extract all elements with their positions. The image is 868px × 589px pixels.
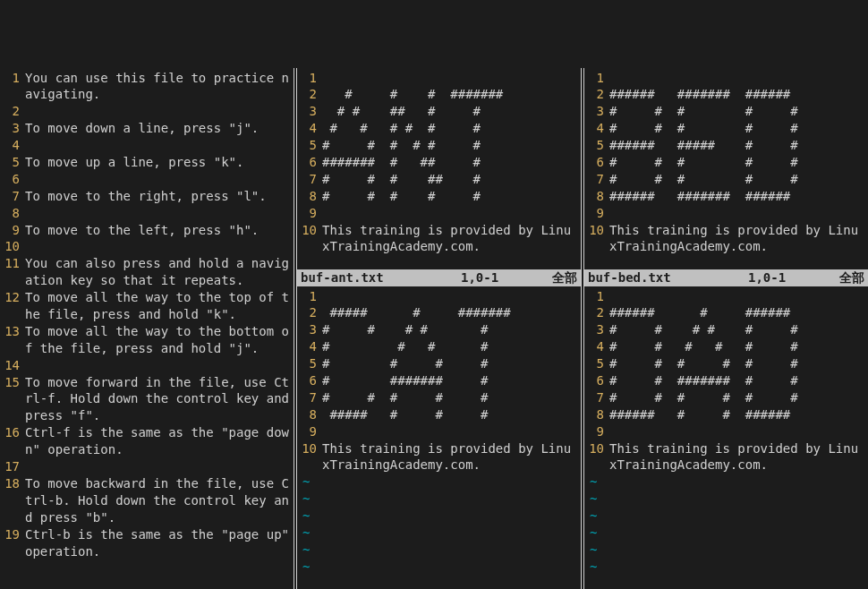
line-number: 5	[586, 355, 609, 372]
buffer-line: 5To move up a line, press "k".	[2, 154, 290, 171]
line-number: 3	[586, 321, 609, 338]
pane-ant[interactable]: 12 # # # #######3 # # ## # #4 # # # # # …	[297, 68, 581, 286]
line-text	[25, 205, 290, 222]
buffer-line: 7To move to the right, press "l".	[2, 188, 290, 205]
buffer-line: 10This training is provided by LinuxTrai…	[299, 222, 577, 256]
line-text: # # # #######	[322, 86, 577, 103]
line-number: 10	[586, 222, 609, 256]
line-number: 1	[586, 288, 609, 305]
buffer-line: 9	[586, 423, 864, 440]
buffer-line: 3# # # # #	[586, 103, 864, 120]
line-text: # # # # # #	[322, 137, 577, 154]
line-text	[25, 137, 290, 154]
buffer-line: 1You can use this file to practice navig…	[2, 70, 290, 104]
vim-split-layout: 1You can use this file to practice navig…	[0, 68, 868, 589]
buffer-dad[interactable]: 12###### # ######3# # # # # #4# # # # # …	[584, 286, 868, 589]
line-text: # # # # #	[609, 154, 864, 171]
line-number: 9	[299, 423, 322, 440]
buffer-line: 18To move backward in the file, use Ctrl…	[2, 475, 290, 526]
buffer-line: 8###### # # ######	[586, 406, 864, 423]
line-text: This training is provided by LinuxTraini…	[322, 440, 577, 474]
line-number: 1	[2, 70, 25, 104]
buffer-line: 3# # # # # #	[586, 321, 864, 338]
line-text: # # # # #	[609, 103, 864, 120]
buffer-line: 3To move down a line, press "j".	[2, 120, 290, 137]
buffer-line: 8 ##### # # #	[299, 406, 577, 423]
buffer-line: 8# # # # #	[299, 188, 577, 205]
line-text: # # # # #	[322, 389, 577, 406]
line-number: 8	[299, 406, 322, 423]
buffer-line: 13To move all the way to the bottom of t…	[2, 323, 290, 357]
pane-cat[interactable]: 12 ##### # #######3# # # # #4# # # #5# #…	[297, 286, 581, 589]
line-number: 18	[2, 475, 25, 526]
vertical-split-2[interactable]	[581, 68, 584, 589]
buffer-line: 1	[586, 70, 864, 87]
status-position: 1,0-1	[461, 269, 541, 286]
line-number: 8	[299, 188, 322, 205]
line-text: ###### ####### ######	[609, 86, 864, 103]
line-text: # ####### #	[322, 372, 577, 389]
line-number: 9	[586, 205, 609, 222]
line-number: 8	[2, 205, 25, 222]
line-text: This training is provided by LinuxTraini…	[609, 440, 864, 474]
vertical-split-1[interactable]	[294, 68, 297, 589]
line-text: This training is provided by LinuxTraini…	[322, 222, 577, 256]
line-number: 5	[586, 137, 609, 154]
line-text: To move forward in the file, use Ctrl-f.…	[25, 374, 290, 425]
buffer-line: 7# # # # #	[299, 389, 577, 406]
line-number: 4	[586, 120, 609, 137]
buffer-line: 11You can also press and hold a navigati…	[2, 255, 290, 289]
pane-bed[interactable]: 12###### ####### ######3# # # # #4# # # …	[584, 68, 868, 286]
buffer-nav[interactable]: 1You can use this file to practice navig…	[0, 68, 294, 589]
line-text	[322, 423, 577, 440]
line-number: 4	[299, 338, 322, 355]
buffer-line: 16Ctrl-f is the same as the "page down" …	[2, 424, 290, 458]
line-number: 5	[299, 355, 322, 372]
buffer-line: 10	[2, 238, 290, 255]
buffer-line: 1	[299, 70, 577, 87]
line-text: ###### # ######	[609, 304, 864, 321]
buffer-ant[interactable]: 12 # # # #######3 # # ## # #4 # # # # # …	[297, 68, 581, 269]
line-number: 14	[2, 357, 25, 374]
buffer-line: 7# # # # # #	[586, 389, 864, 406]
buffer-cat[interactable]: 12 ##### # #######3# # # # #4# # # #5# #…	[297, 286, 581, 589]
line-number: 4	[2, 137, 25, 154]
line-text: # # # ## #	[322, 171, 577, 188]
buffer-line: 7# # # ## #	[299, 171, 577, 188]
line-text: To move to the right, press "l".	[25, 188, 290, 205]
buffer-line: 2	[2, 103, 290, 120]
buffer-line: 19Ctrl-b is the same as the "page up" op…	[2, 526, 290, 560]
line-number: 1	[299, 70, 322, 87]
line-number: 2	[586, 86, 609, 103]
line-text: To move down a line, press "j".	[25, 120, 290, 137]
tilde-line: ~	[586, 542, 864, 559]
buffer-line: 6####### # ## #	[299, 154, 577, 171]
pane-nav[interactable]: 1You can use this file to practice navig…	[0, 68, 294, 589]
line-text	[322, 70, 577, 87]
status-filename: buf-ant.txt	[301, 269, 461, 286]
buffer-line: 5# # # #	[299, 355, 577, 372]
line-text: # # # # # #	[609, 355, 864, 372]
line-number: 7	[586, 171, 609, 188]
line-number: 2	[299, 304, 322, 321]
line-text: # # # # # #	[609, 321, 864, 338]
pane-dad[interactable]: 12###### # ######3# # # # # #4# # # # # …	[584, 286, 868, 589]
status-percent: 全部	[541, 269, 577, 286]
line-number: 16	[2, 424, 25, 458]
line-text	[25, 103, 290, 120]
line-text: To move backward in the file, use Ctrl-b…	[25, 475, 290, 526]
line-number: 12	[2, 289, 25, 323]
line-text: You can also press and hold a navigation…	[25, 255, 290, 289]
line-text: # # # # # #	[322, 120, 577, 137]
line-number: 10	[586, 440, 609, 474]
buffer-bed[interactable]: 12###### ####### ######3# # # # #4# # # …	[584, 68, 868, 269]
line-number: 7	[2, 188, 25, 205]
status-percent: 全部	[829, 269, 864, 286]
tilde-line: ~	[299, 525, 577, 542]
line-text	[322, 288, 577, 305]
tilde-line: ~	[299, 474, 577, 491]
buffer-line: 9	[299, 205, 577, 222]
line-text: # # # #	[322, 355, 577, 372]
line-text	[25, 171, 290, 188]
line-text: To move to the left, press "h".	[25, 222, 290, 239]
